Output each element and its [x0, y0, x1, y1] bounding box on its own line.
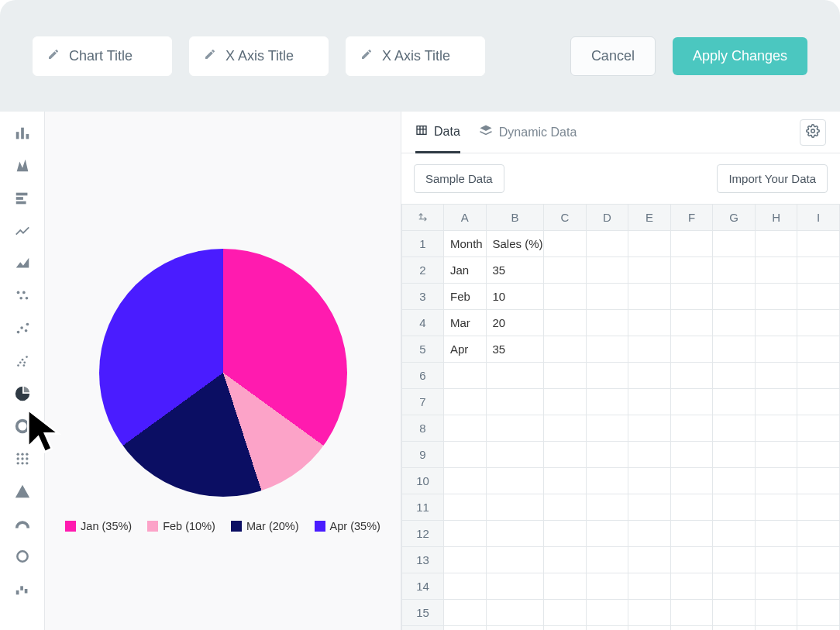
- cell[interactable]: [628, 600, 671, 626]
- cell[interactable]: [670, 626, 713, 631]
- column-header[interactable]: G: [713, 205, 756, 231]
- cell[interactable]: [628, 626, 671, 631]
- cell[interactable]: [586, 389, 628, 415]
- cell[interactable]: [444, 521, 487, 547]
- cancel-button[interactable]: Cancel: [570, 36, 656, 76]
- cell[interactable]: [628, 336, 671, 363]
- cell[interactable]: [586, 573, 628, 600]
- cell[interactable]: 35: [486, 257, 544, 284]
- cell[interactable]: [670, 415, 713, 442]
- cell[interactable]: [586, 284, 628, 310]
- cell[interactable]: [713, 284, 756, 310]
- cell[interactable]: [713, 600, 756, 626]
- cell[interactable]: [628, 547, 671, 573]
- cell[interactable]: [486, 468, 544, 494]
- cell[interactable]: [670, 521, 713, 547]
- cell[interactable]: [797, 494, 840, 521]
- cell[interactable]: [670, 389, 713, 415]
- cell[interactable]: [586, 521, 628, 547]
- dot-plot-icon[interactable]: [12, 285, 33, 307]
- cell[interactable]: [544, 600, 587, 626]
- cell[interactable]: [628, 468, 671, 494]
- cell[interactable]: [628, 521, 671, 547]
- cell[interactable]: [797, 336, 840, 363]
- cell[interactable]: 35: [486, 336, 544, 363]
- cell[interactable]: [544, 573, 587, 600]
- chart-title-input[interactable]: Chart Title: [33, 36, 172, 76]
- cell[interactable]: [797, 547, 840, 573]
- row-header[interactable]: 15: [402, 600, 444, 626]
- column-header[interactable]: D: [586, 205, 628, 231]
- cell[interactable]: [713, 231, 756, 257]
- cell[interactable]: [586, 547, 628, 573]
- cell[interactable]: [586, 626, 628, 631]
- cell[interactable]: [544, 363, 587, 389]
- matrix-icon[interactable]: [12, 448, 33, 470]
- cell[interactable]: [670, 284, 713, 310]
- cell[interactable]: 10: [486, 284, 544, 310]
- cell[interactable]: [713, 363, 756, 389]
- cell[interactable]: [628, 257, 671, 284]
- cell[interactable]: [755, 573, 797, 600]
- column-chart-icon[interactable]: [12, 155, 33, 177]
- column-header[interactable]: I: [797, 205, 840, 231]
- sample-data-button[interactable]: Sample Data: [414, 164, 504, 193]
- cell[interactable]: [713, 336, 756, 363]
- cell[interactable]: [486, 442, 544, 468]
- cell[interactable]: [544, 231, 587, 257]
- cell[interactable]: [670, 600, 713, 626]
- bubble-icon[interactable]: [12, 350, 33, 372]
- row-header[interactable]: 13: [402, 547, 444, 573]
- cell[interactable]: [755, 494, 797, 521]
- spreadsheet-grid[interactable]: ABCDEFGHI1MonthSales (%)2Jan353Feb104Mar…: [401, 204, 840, 630]
- cell[interactable]: [444, 442, 487, 468]
- row-header[interactable]: 5: [402, 336, 444, 363]
- row-header[interactable]: 6: [402, 363, 444, 389]
- cell[interactable]: [755, 389, 797, 415]
- cell[interactable]: [670, 310, 713, 336]
- cell[interactable]: [628, 284, 671, 310]
- cell[interactable]: [755, 257, 797, 284]
- cell[interactable]: [755, 310, 797, 336]
- cell[interactable]: [444, 415, 487, 442]
- column-header[interactable]: E: [628, 205, 671, 231]
- cell[interactable]: [444, 363, 487, 389]
- cell[interactable]: [486, 573, 544, 600]
- x-axis-title-input[interactable]: X Axis Title: [189, 36, 329, 76]
- cell[interactable]: [586, 468, 628, 494]
- cell[interactable]: [670, 468, 713, 494]
- cell[interactable]: [713, 257, 756, 284]
- cell[interactable]: [628, 442, 671, 468]
- cell[interactable]: [797, 389, 840, 415]
- cell[interactable]: [755, 521, 797, 547]
- cell[interactable]: [755, 336, 797, 363]
- cell[interactable]: [797, 468, 840, 494]
- cell[interactable]: [586, 415, 628, 442]
- row-header[interactable]: 12: [402, 521, 444, 547]
- column-header[interactable]: A: [444, 205, 487, 231]
- cell[interactable]: [544, 626, 587, 631]
- cell[interactable]: [797, 626, 840, 631]
- cell[interactable]: [544, 336, 587, 363]
- row-header[interactable]: 14: [402, 573, 444, 600]
- cell[interactable]: [755, 415, 797, 442]
- tab-dynamic-data[interactable]: Dynamic Data: [479, 112, 577, 153]
- cell[interactable]: [628, 415, 671, 442]
- cell[interactable]: [628, 363, 671, 389]
- horizontal-bar-icon[interactable]: [12, 188, 33, 209]
- cell[interactable]: [544, 389, 587, 415]
- column-header[interactable]: C: [544, 205, 587, 231]
- cell[interactable]: [544, 468, 587, 494]
- scatter-icon[interactable]: [12, 318, 33, 339]
- cell[interactable]: Month: [444, 231, 487, 257]
- cell[interactable]: [444, 494, 487, 521]
- cell[interactable]: Feb: [444, 284, 487, 310]
- cell[interactable]: [797, 600, 840, 626]
- cell[interactable]: [755, 284, 797, 310]
- transpose-icon[interactable]: [402, 205, 444, 231]
- cell[interactable]: [444, 547, 487, 573]
- cell[interactable]: [486, 494, 544, 521]
- column-header[interactable]: F: [670, 205, 713, 231]
- cell[interactable]: [486, 389, 544, 415]
- cell[interactable]: [544, 442, 587, 468]
